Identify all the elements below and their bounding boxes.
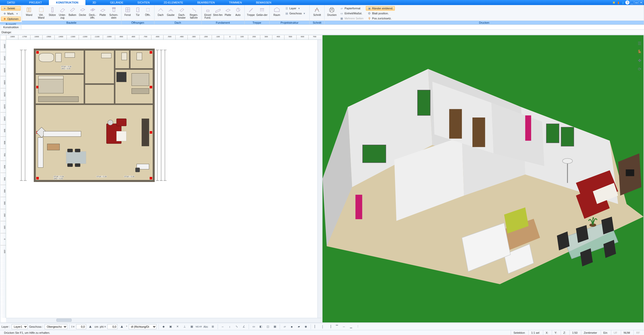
dim-align-icon[interactable]: ⤡ [234, 324, 240, 329]
dachfenster-button[interactable]: Dach-fenster [176, 6, 188, 20]
dim-angle-icon[interactable]: ∠ [241, 324, 247, 329]
orbit-icon[interactable]: ⟳ [636, 66, 642, 72]
furniture-icon[interactable]: 🪑 [636, 49, 642, 55]
layer-select[interactable]: Layer1 [12, 324, 28, 329]
phi-stepper[interactable]: ⯅ [119, 324, 124, 329]
drucken-button[interactable]: Drucken [326, 6, 338, 17]
oeffnung-button[interactable]: Öffn. [143, 6, 153, 17]
optionen-button[interactable]: ✚Optionen [1, 17, 21, 21]
render-shaded-icon[interactable]: ▰ [296, 324, 302, 329]
menu-konstruktion[interactable]: KONSTRUKTION [49, 0, 85, 5]
pos-reset-button[interactable]: ⚲Pos zurücksetz. [366, 16, 395, 21]
tuer-button[interactable]: Tür [133, 6, 143, 17]
schornstein-button[interactable]: Schorn-stein [108, 6, 120, 20]
help-icon[interactable]: ? [625, 1, 629, 5]
tree-icon[interactable]: ❀ [636, 75, 642, 81]
menu-gelaende[interactable]: GELÄNDE [103, 0, 131, 5]
3d-canvas[interactable] [323, 35, 643, 322]
snap-intersect-icon[interactable]: ✕ [175, 324, 180, 329]
geschoss-dropdown[interactable]: ▤Geschoss▾ [283, 11, 308, 16]
treppe-button[interactable]: Treppe [246, 6, 256, 17]
menu-3d[interactable]: 3D [85, 0, 103, 5]
align-bottom-icon[interactable]: ▁ [348, 324, 354, 329]
view-split-icon[interactable]: ◫ [265, 324, 271, 329]
schnitt-button[interactable]: Schnitt [311, 6, 323, 17]
snap-endpoint-icon[interactable]: ◆ [161, 324, 166, 329]
box-blue-icon[interactable]: ▮ [621, 1, 625, 5]
layers-panel-icon[interactable]: ☰ [636, 40, 642, 46]
platte-button[interactable]: Platte [98, 6, 108, 17]
einzelfund-button[interactable]: Einzel Fund. [203, 6, 213, 20]
view-quad-icon[interactable]: ▦ [272, 324, 278, 329]
papierformat-button[interactable]: ▱Papierformat [338, 6, 365, 11]
menu-bemassen[interactable]: BEMASSEN [249, 0, 278, 5]
view-3d-icon[interactable]: ◧ [258, 324, 264, 329]
balken-button[interactable]: Balken [68, 6, 77, 17]
streifen-button[interactable]: Strei-fen [213, 6, 223, 17]
text-icon[interactable]: Abc [203, 324, 209, 329]
raender-button[interactable]: ▣Ränder einblend. [366, 6, 395, 11]
regenfallrohr-button[interactable]: Regen-fallrohr [188, 6, 200, 20]
menu-trimmen[interactable]: TRIMMEN [222, 0, 249, 5]
wand-button[interactable]: Wand [23, 6, 35, 17]
l-input[interactable] [76, 324, 86, 329]
tab-konstruktion[interactable]: Konstruktion [1, 25, 21, 29]
ortho-icon[interactable]: ⊞ [210, 324, 216, 329]
snap-mid-icon[interactable]: ▣ [168, 324, 173, 329]
snap-grid-icon[interactable]: ▦ [189, 324, 195, 329]
decke-button[interactable]: Decke [78, 6, 87, 17]
minimize-button[interactable]: _ [630, 1, 634, 5]
mark-button[interactable]: ✥Mark.▾ [1, 11, 21, 16]
fenster-button[interactable]: Fenst [123, 6, 133, 17]
menu-datei[interactable]: DATEI [0, 0, 22, 5]
deckoeffn-button[interactable]: Deck.-öffn. [88, 6, 98, 20]
align-top-icon[interactable]: ▔ [334, 324, 340, 329]
close-button[interactable]: ✕ [639, 1, 643, 5]
l-stepper[interactable]: ⯅ [88, 324, 93, 329]
box-orange-icon[interactable]: ▮ [616, 1, 620, 5]
render-solid-icon[interactable]: ■ [289, 324, 295, 329]
menu-bearbeiten[interactable]: BEARBEITEN [190, 0, 222, 5]
selekt-button[interactable]: ➤Selekt [1, 6, 21, 11]
align-right-icon[interactable]: ▕ [327, 324, 333, 329]
geschoss-select[interactable]: Obergescho [45, 324, 67, 329]
3d-view-pane[interactable] [322, 35, 644, 323]
fund-platte-button[interactable]: Platte [223, 6, 233, 17]
menu-sichten[interactable]: SICHTEN [131, 0, 157, 5]
render-real-icon[interactable]: ◉ [303, 324, 309, 329]
snap-near-icon[interactable]: NEAR [196, 324, 202, 329]
virt-wand-button[interactable]: Virt. Wand [36, 6, 47, 20]
snap-perp-icon[interactable]: ⊥ [182, 324, 187, 329]
scrollbar-horizontal[interactable] [6, 318, 321, 322]
gaube-button[interactable]: Gaube [166, 6, 176, 17]
einheit-button[interactable]: ▭Einheit/Maßst. [338, 11, 365, 16]
tools-icon[interactable]: ✖ [612, 1, 616, 5]
align-mid-icon[interactable]: ─ [341, 324, 347, 329]
layer-dropdown[interactable]: ☰Layer▾ [283, 6, 308, 11]
scrollbar-vertical[interactable] [317, 40, 321, 318]
menu-2d-elemente[interactable]: 2D-ELEMENTE [157, 0, 190, 5]
dl-mode-select[interactable]: dl (Richtung/Di [129, 324, 156, 329]
render-wire-icon[interactable]: ▱ [282, 324, 287, 329]
distribute-icon[interactable]: ⋮ [355, 324, 361, 329]
dim-horiz-icon[interactable]: ↔ [220, 324, 226, 329]
gelaender-button[interactable]: Gelän-der [256, 6, 268, 17]
blatt-position-button[interactable]: ✪Blatt position. [366, 11, 395, 16]
dach-button[interactable]: Dach [156, 6, 166, 17]
align-center-icon[interactable]: │ [320, 324, 326, 329]
plan-view-pane[interactable]: -1800-1700-1600-1500-1400-1300-1200-1100… [0, 35, 322, 323]
unterzug-button[interactable]: Unter-zug [58, 6, 67, 20]
menu-projekt[interactable]: PROJEKT [22, 0, 49, 5]
mehrere-seiten-button[interactable]: ▦Mehrere Seiten [338, 16, 365, 21]
maximize-button[interactable]: ▭ [634, 1, 638, 5]
align-left-icon[interactable]: ▏ [313, 324, 318, 329]
phi-input[interactable] [107, 324, 117, 329]
plan-canvas[interactable]: STUK = 5.36 UKD = 5.43 STUK = 5.36 UKD =… [6, 40, 321, 318]
move-icon[interactable]: ✥ [636, 57, 642, 63]
fund-auto-button[interactable]: Auto [233, 6, 243, 17]
raum-button[interactable]: Raum [271, 6, 283, 17]
stuetze-button[interactable]: Stütze [48, 6, 57, 17]
scroll-thumb[interactable] [56, 319, 72, 322]
dim-vert-icon[interactable]: ↕ [227, 324, 233, 329]
view-2d-icon[interactable]: ▭ [251, 324, 256, 329]
